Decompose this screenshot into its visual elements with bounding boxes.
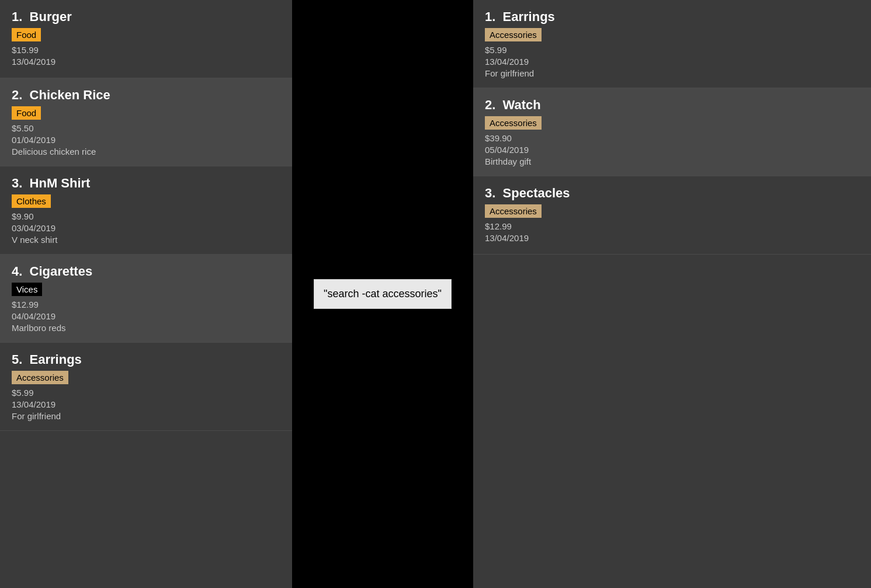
item-badge: Accessories xyxy=(485,116,542,130)
search-tooltip: "search -cat accessories" xyxy=(314,279,452,309)
list-item[interactable]: 2. WatchAccessories$39.9005/04/2019Birth… xyxy=(473,88,871,176)
item-badge: Clothes xyxy=(12,194,51,208)
item-note: For girlfriend xyxy=(485,68,859,78)
item-price: $15.99 xyxy=(12,45,280,55)
item-title: 1. Burger xyxy=(12,9,280,25)
item-note: Marlboro reds xyxy=(12,323,280,333)
item-note: For girlfriend xyxy=(12,411,280,421)
list-item[interactable]: 4. CigarettesVices$12.9904/04/2019Marlbo… xyxy=(0,255,292,343)
item-title: 3. Spectacles xyxy=(485,186,859,201)
item-title: 2. Chicken Rice xyxy=(12,88,280,103)
item-date: 13/04/2019 xyxy=(12,399,280,409)
item-badge: Food xyxy=(12,28,41,41)
item-price: $5.50 xyxy=(12,123,280,133)
item-date: 13/04/2019 xyxy=(12,57,280,67)
item-title: 1. Earrings xyxy=(485,9,859,25)
item-title: 5. Earrings xyxy=(12,352,280,367)
item-date: 05/04/2019 xyxy=(485,145,859,155)
item-price: $5.99 xyxy=(12,388,280,398)
item-badge: Accessories xyxy=(485,204,542,218)
item-price: $39.90 xyxy=(485,133,859,143)
item-date: 01/04/2019 xyxy=(12,135,280,145)
list-item[interactable]: 3. HnM ShirtClothes$9.9003/04/2019V neck… xyxy=(0,166,292,255)
list-item[interactable]: 5. EarringsAccessories$5.9913/04/2019For… xyxy=(0,343,292,431)
item-date: 04/04/2019 xyxy=(12,311,280,321)
item-note: Delicious chicken rice xyxy=(12,147,280,156)
item-badge: Food xyxy=(12,106,41,120)
item-title: 2. Watch xyxy=(485,98,859,113)
item-date: 13/04/2019 xyxy=(485,57,859,67)
item-note: Birthday gift xyxy=(485,156,859,166)
item-date: 13/04/2019 xyxy=(485,233,859,243)
item-title: 3. HnM Shirt xyxy=(12,176,280,191)
item-badge: Vices xyxy=(12,283,42,296)
list-item[interactable]: 3. SpectaclesAccessories$12.9913/04/2019 xyxy=(473,176,871,255)
item-price: $12.99 xyxy=(485,221,859,231)
item-price: $12.99 xyxy=(12,300,280,309)
item-date: 03/04/2019 xyxy=(12,223,280,233)
left-panel[interactable]: 1. BurgerFood$15.9913/04/20192. Chicken … xyxy=(0,0,292,588)
right-panel[interactable]: 1. EarringsAccessories$5.9913/04/2019For… xyxy=(473,0,871,588)
list-item[interactable]: 2. Chicken RiceFood$5.5001/04/2019Delici… xyxy=(0,78,292,166)
item-badge: Accessories xyxy=(12,371,68,384)
item-price: $9.90 xyxy=(12,211,280,221)
item-price: $5.99 xyxy=(485,45,859,55)
list-item[interactable]: 1. BurgerFood$15.9913/04/2019 xyxy=(0,0,292,78)
list-item[interactable]: 1. EarringsAccessories$5.9913/04/2019For… xyxy=(473,0,871,88)
item-note: V neck shirt xyxy=(12,235,280,245)
item-title: 4. Cigarettes xyxy=(12,264,280,279)
middle-panel: "search -cat accessories" xyxy=(292,0,473,588)
item-badge: Accessories xyxy=(485,28,542,41)
